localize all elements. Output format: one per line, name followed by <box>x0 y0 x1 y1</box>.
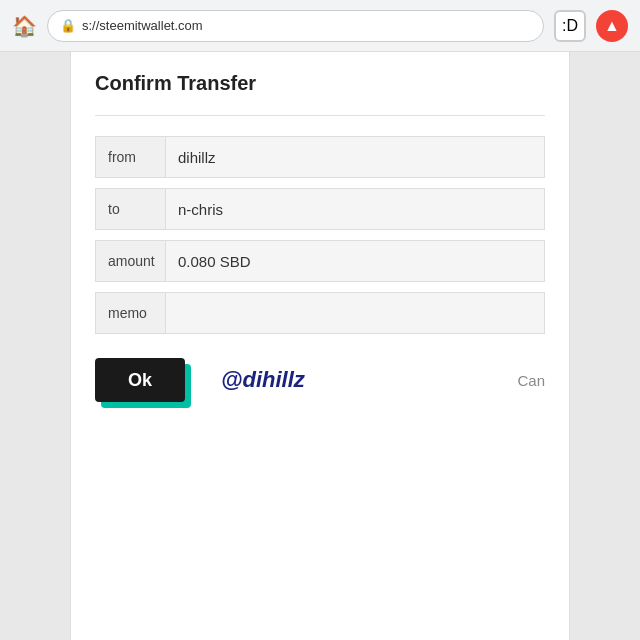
to-row: to n-chris <box>95 188 545 230</box>
upload-icon: ▲ <box>604 17 620 35</box>
from-value: dihillz <box>165 136 545 178</box>
address-bar[interactable]: 🔒 s://steemitwallet.com <box>47 10 544 42</box>
page-title: Confirm Transfer <box>95 72 545 95</box>
from-label: from <box>95 136 165 178</box>
emoji-button[interactable]: :D <box>554 10 586 42</box>
to-label: to <box>95 188 165 230</box>
to-value: n-chris <box>165 188 545 230</box>
memo-row: memo <box>95 292 545 334</box>
page-content: Confirm Transfer from dihillz to n-chris… <box>70 52 570 640</box>
amount-label: amount <box>95 240 165 282</box>
ok-button-wrapper: Ok <box>95 358 185 402</box>
divider <box>95 115 545 116</box>
home-icon[interactable]: 🏠 <box>12 14 37 38</box>
memo-label: memo <box>95 292 165 334</box>
browser-bar: 🏠 🔒 s://steemitwallet.com :D ▲ <box>0 0 640 52</box>
url-text: s://steemitwallet.com <box>82 18 203 33</box>
buttons-area: Ok @dihillz Can <box>95 358 545 402</box>
cancel-button[interactable]: Can <box>517 372 545 389</box>
amount-value: 0.080 SBD <box>165 240 545 282</box>
memo-value <box>165 292 545 334</box>
lock-icon: 🔒 <box>60 18 76 33</box>
ok-button[interactable]: Ok <box>95 358 185 402</box>
from-row: from dihillz <box>95 136 545 178</box>
upload-button[interactable]: ▲ <box>596 10 628 42</box>
watermark-text: @dihillz <box>221 367 501 393</box>
emoji-icon: :D <box>562 17 578 35</box>
amount-row: amount 0.080 SBD <box>95 240 545 282</box>
